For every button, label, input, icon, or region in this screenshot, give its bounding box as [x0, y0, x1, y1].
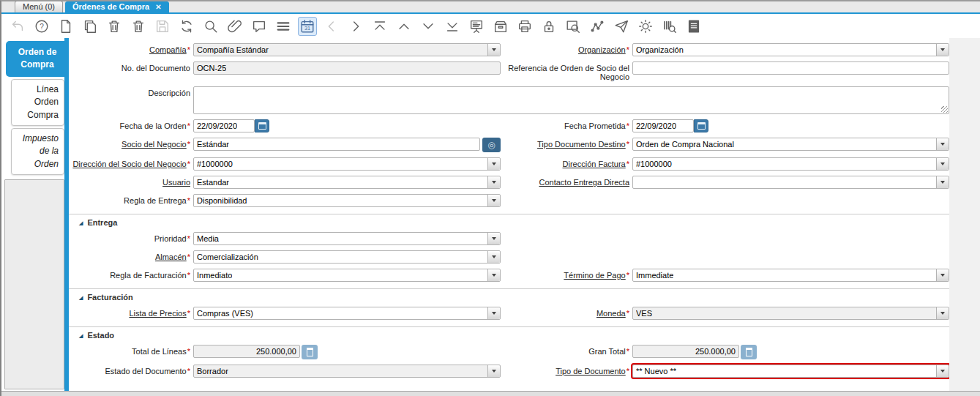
dropdown-arrow-icon[interactable] [487, 251, 500, 263]
dropdown-arrow-icon[interactable] [487, 307, 500, 319]
regla-de-facturacion-select[interactable]: Inmediato [193, 269, 501, 282]
next-record-icon[interactable] [346, 17, 365, 36]
direccion-del-socio-del-negocio-select[interactable]: #1000000 [193, 157, 501, 171]
resize-handle-icon[interactable] [941, 106, 948, 113]
section-header-entrega[interactable]: ◢Entrega [72, 214, 949, 232]
archive-icon[interactable] [491, 17, 510, 36]
help-icon[interactable]: ? [32, 17, 51, 36]
fecha-prometida-input[interactable]: 22/09/2020 [632, 119, 694, 132]
delete-record-icon[interactable] [105, 17, 124, 36]
organizacion-select[interactable]: Organización [632, 43, 949, 56]
send-mail-icon[interactable] [612, 17, 631, 36]
delete-selection-icon[interactable] [129, 17, 148, 36]
dropdown-arrow-icon[interactable] [487, 44, 500, 56]
section-header-facturacion[interactable]: ◢Facturación [72, 289, 949, 307]
dropdown-arrow-icon[interactable] [936, 138, 949, 150]
dropdown-arrow-icon[interactable] [936, 307, 949, 319]
copy-record-icon[interactable] [81, 17, 100, 36]
contacto-entrega-directa-label[interactable]: Contacto Entrega Directa [539, 178, 629, 187]
usuario-label[interactable]: Usuario [162, 178, 190, 187]
termino-de-pago-select[interactable]: Immediate [632, 269, 949, 282]
socio-del-negocio-label[interactable]: Socio del Negocio [121, 140, 187, 149]
referencia-de-orden-de-socio-del-negocio-input[interactable] [632, 61, 949, 75]
toggle-grid-icon[interactable] [274, 17, 293, 36]
chat-icon[interactable] [250, 17, 269, 36]
last-record-icon[interactable] [443, 17, 462, 36]
calculator-button[interactable] [741, 345, 757, 359]
prioridad-select[interactable]: Media [193, 232, 501, 245]
moneda-select[interactable]: VES [632, 307, 949, 320]
almacen-select[interactable]: Comercialización [193, 250, 501, 264]
tipo-de-documento-select[interactable]: ** Nuevo ** [632, 365, 949, 378]
zoom-across-icon[interactable] [564, 17, 583, 36]
lock-icon[interactable] [539, 17, 558, 36]
find-icon[interactable] [201, 17, 220, 36]
calculator-button[interactable] [302, 345, 318, 359]
direccion-del-socio-del-negocio-value: #1000000 [197, 160, 233, 168]
tipo-de-documento-label[interactable]: Tipo de Documento [556, 367, 626, 376]
tab-ordenes-de-compra[interactable]: Órdenes de Compra ✕ [65, 1, 169, 12]
refresh-icon[interactable] [177, 17, 196, 36]
dropdown-arrow-icon[interactable] [487, 269, 500, 281]
form-row: Total de Líneas*250.000,00Gran Total*250… [72, 345, 949, 359]
tab-menu[interactable]: Menú (0) [15, 1, 63, 12]
calendar-icon[interactable]: 31 [298, 17, 317, 36]
dropdown-arrow-icon[interactable] [936, 365, 949, 377]
calendar-button[interactable] [694, 119, 708, 132]
almacen-label[interactable]: Almacén [155, 253, 187, 261]
tipo-documento-destino-label[interactable]: Tipo Documento Destino [537, 140, 626, 149]
direccion-factura-select[interactable]: #1000000 [632, 157, 949, 171]
no-del-documento-input[interactable]: OCN-25 [193, 61, 501, 75]
section-collapse-icon[interactable]: ◢ [79, 295, 83, 300]
dropdown-arrow-icon[interactable] [487, 233, 500, 244]
section-collapse-icon[interactable]: ◢ [79, 220, 83, 225]
dropdown-arrow-icon[interactable] [936, 269, 949, 281]
direccion-del-socio-del-negocio-label[interactable]: Dirección del Socio del Negocio [72, 160, 186, 168]
product-info-icon[interactable] [660, 17, 679, 36]
workflow-icon[interactable] [588, 17, 607, 36]
termino-de-pago-label[interactable]: Término de Pago [564, 271, 625, 280]
usuario-value: Estandar [197, 178, 229, 187]
new-record-icon[interactable] [56, 17, 75, 36]
dropdown-arrow-icon[interactable] [487, 365, 500, 377]
close-tab-icon[interactable]: ✕ [155, 3, 161, 11]
descripcion-textarea[interactable] [193, 86, 949, 114]
calendar-button[interactable] [255, 119, 269, 132]
first-record-icon[interactable] [370, 17, 389, 36]
contacto-entrega-directa-select[interactable] [632, 176, 949, 189]
report-icon[interactable] [467, 17, 486, 36]
socio-del-negocio-input[interactable]: Estándar [193, 138, 480, 151]
log-icon[interactable] [684, 17, 703, 36]
sidebar-tab-impuesto-de-la-orden[interactable]: Impuesto de la Orden [11, 128, 64, 175]
estado-del-documento-select[interactable]: Borrador [193, 365, 501, 378]
attachment-icon[interactable] [225, 17, 244, 36]
tipo-documento-destino-select[interactable]: Orden de Compra Nacional [632, 138, 949, 151]
total-de-lineas-input[interactable]: 250.000,00 [193, 345, 300, 358]
organizacion-label[interactable]: Organización [578, 45, 626, 54]
process-icon[interactable] [636, 17, 655, 36]
direccion-factura-label[interactable]: Dirección Factura [563, 160, 626, 168]
regla-de-entrega-select[interactable]: Disponibilidad [193, 194, 501, 207]
moneda-label[interactable]: Moneda [596, 309, 626, 318]
gran-total-input[interactable]: 250.000,00 [632, 345, 739, 358]
sidebar-tab-linea-orden-compra[interactable]: Línea Orden Compra [11, 79, 64, 126]
dropdown-arrow-icon[interactable] [936, 176, 949, 188]
fecha-de-la-orden-input[interactable]: 22/09/2020 [193, 119, 255, 132]
dropdown-arrow-icon[interactable] [936, 158, 949, 170]
dropdown-arrow-icon[interactable] [487, 195, 500, 206]
dropdown-arrow-icon[interactable] [487, 176, 500, 188]
compania-select[interactable]: Compañía Estándar [193, 43, 501, 56]
detail-record-icon[interactable] [419, 17, 438, 36]
print-icon[interactable] [515, 17, 534, 36]
lista-de-precios-label[interactable]: Lista de Precios [129, 309, 186, 318]
sidebar-tab-orden-de-compra[interactable]: Orden de Compra [6, 41, 69, 77]
usuario-select[interactable]: Estandar [193, 176, 501, 189]
dropdown-arrow-icon[interactable] [936, 44, 949, 56]
dropdown-arrow-icon[interactable] [487, 158, 500, 170]
parent-record-icon[interactable] [394, 17, 414, 36]
compania-label[interactable]: Compañía [149, 45, 187, 54]
section-header-estado[interactable]: ◢Estado [72, 327, 949, 345]
business-partner-search-button[interactable]: ◎ [482, 138, 501, 152]
section-collapse-icon[interactable]: ◢ [79, 333, 83, 338]
lista-de-precios-select[interactable]: Compras (VES) [193, 307, 501, 320]
